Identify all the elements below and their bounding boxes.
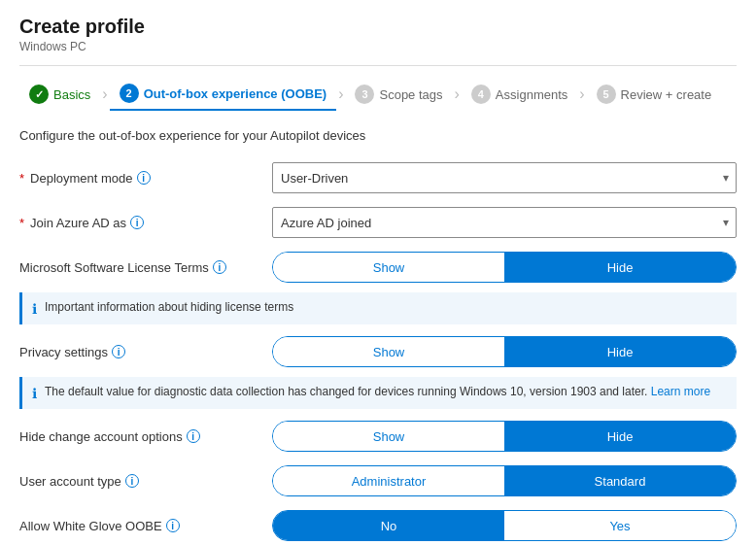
diagnostic-banner: ℹ The default value for diagnostic data … (19, 377, 737, 409)
allow-white-glove-row: Allow White Glove OOBE i No Yes (19, 506, 737, 545)
step-sep-1: › (100, 85, 109, 103)
diagnostic-learn-more-link[interactable]: Learn more (651, 385, 710, 398)
step-assignments-circle: 4 (471, 85, 491, 104)
join-azure-ad-select[interactable]: Azure AD joined Hybrid Azure AD joined (272, 207, 737, 238)
hide-change-account-toggle-group: Show Hide (272, 421, 737, 452)
privacy-settings-toggle-group: Show Hide (272, 336, 737, 367)
step-oobe-label: Out-of-box experience (OOBE) (144, 86, 327, 101)
user-account-type-info-icon[interactable]: i (125, 474, 139, 488)
step-sep-3: › (453, 85, 462, 103)
license-info-banner-icon: ℹ (32, 301, 37, 317)
join-azure-ad-info-icon[interactable]: i (130, 216, 144, 229)
step-assignments[interactable]: 4 Assignments (462, 79, 577, 110)
deployment-mode-control: User-Driven Self-Deploying ▾ (272, 162, 737, 193)
join-azure-ad-control: Azure AD joined Hybrid Azure AD joined ▾ (272, 207, 737, 238)
header-divider (19, 65, 737, 66)
step-oobe-circle: 2 (120, 84, 139, 103)
step-basics-circle: ✓ (29, 85, 49, 104)
step-scope-tags[interactable]: 3 Scope tags (345, 79, 452, 110)
step-basics-label: Basics (53, 87, 90, 102)
allow-white-glove-label: Allow White Glove OOBE i (19, 519, 272, 533)
privacy-settings-label: Privacy settings i (19, 345, 272, 359)
hide-change-account-label: Hide change account options i (19, 429, 272, 444)
user-account-standard-button[interactable]: Standard (504, 466, 736, 495)
join-azure-ad-row: * Join Azure AD as i Azure AD joined Hyb… (19, 203, 737, 242)
step-scope-circle: 3 (355, 85, 374, 104)
deployment-required-star: * (19, 171, 24, 186)
privacy-settings-row: Privacy settings i Show Hide (19, 332, 737, 371)
join-azure-required-star: * (19, 216, 24, 230)
join-azure-ad-label: * Join Azure AD as i (19, 216, 272, 230)
hide-change-account-info-icon[interactable]: i (187, 429, 200, 443)
page-subtitle: Windows PC (19, 40, 737, 53)
deployment-mode-select[interactable]: User-Driven Self-Deploying (272, 162, 737, 193)
privacy-settings-info-icon[interactable]: i (112, 345, 125, 358)
step-sep-4: › (577, 85, 586, 103)
allow-white-glove-info-icon[interactable]: i (166, 519, 180, 532)
privacy-settings-hide-button[interactable]: Hide (504, 337, 736, 366)
user-account-type-label: User account type i (19, 474, 272, 489)
user-account-type-control: Administrator Standard (272, 465, 737, 496)
step-oobe[interactable]: 2 Out-of-box experience (OOBE) (110, 78, 337, 111)
step-review-label: Review + create (621, 87, 712, 102)
license-info-banner-text: Important information about hiding licen… (45, 300, 293, 314)
license-terms-show-button[interactable]: Show (273, 253, 504, 282)
step-scope-label: Scope tags (379, 87, 442, 102)
step-review-circle: 5 (597, 85, 616, 104)
privacy-settings-show-button[interactable]: Show (273, 337, 504, 366)
license-terms-control: Show Hide (272, 252, 737, 283)
license-terms-label: Microsoft Software License Terms i (19, 260, 272, 275)
page-title: Create profile (19, 16, 737, 38)
user-account-type-row: User account type i Administrator Standa… (19, 461, 737, 500)
wizard-steps: ✓ Basics › 2 Out-of-box experience (OOBE… (19, 78, 737, 111)
step-sep-2: › (336, 85, 345, 103)
hide-change-account-row: Hide change account options i Show Hide (19, 417, 737, 456)
license-terms-hide-button[interactable]: Hide (504, 253, 736, 282)
license-terms-info-icon[interactable]: i (213, 260, 226, 274)
step-review[interactable]: 5 Review + create (587, 79, 722, 110)
user-account-administrator-button[interactable]: Administrator (273, 466, 504, 495)
allow-white-glove-no-button[interactable]: No (273, 511, 504, 540)
hide-change-account-show-button[interactable]: Show (273, 422, 504, 451)
section-description: Configure the out-of-box experience for … (19, 128, 737, 143)
privacy-settings-control: Show Hide (272, 336, 737, 367)
diagnostic-banner-text: The default value for diagnostic data co… (45, 385, 710, 398)
hide-change-account-hide-button[interactable]: Hide (504, 422, 736, 451)
license-info-banner: ℹ Important information about hiding lic… (19, 292, 737, 324)
step-basics[interactable]: ✓ Basics (19, 79, 100, 110)
step-assignments-label: Assignments (496, 87, 567, 102)
join-azure-ad-select-wrapper: Azure AD joined Hybrid Azure AD joined ▾ (272, 207, 737, 238)
deployment-mode-label: * Deployment mode i (19, 171, 272, 186)
deployment-mode-row: * Deployment mode i User-Driven Self-Dep… (19, 158, 737, 197)
allow-white-glove-control: No Yes (272, 510, 737, 541)
diagnostic-banner-icon: ℹ (32, 386, 37, 401)
allow-white-glove-toggle-group: No Yes (272, 510, 737, 541)
deployment-mode-info-icon[interactable]: i (137, 171, 151, 185)
allow-white-glove-yes-button[interactable]: Yes (504, 511, 736, 540)
hide-change-account-control: Show Hide (272, 421, 737, 452)
deployment-mode-select-wrapper: User-Driven Self-Deploying ▾ (272, 162, 737, 193)
license-terms-row: Microsoft Software License Terms i Show … (19, 248, 737, 287)
license-terms-toggle-group: Show Hide (272, 252, 737, 283)
user-account-type-toggle-group: Administrator Standard (272, 465, 737, 496)
